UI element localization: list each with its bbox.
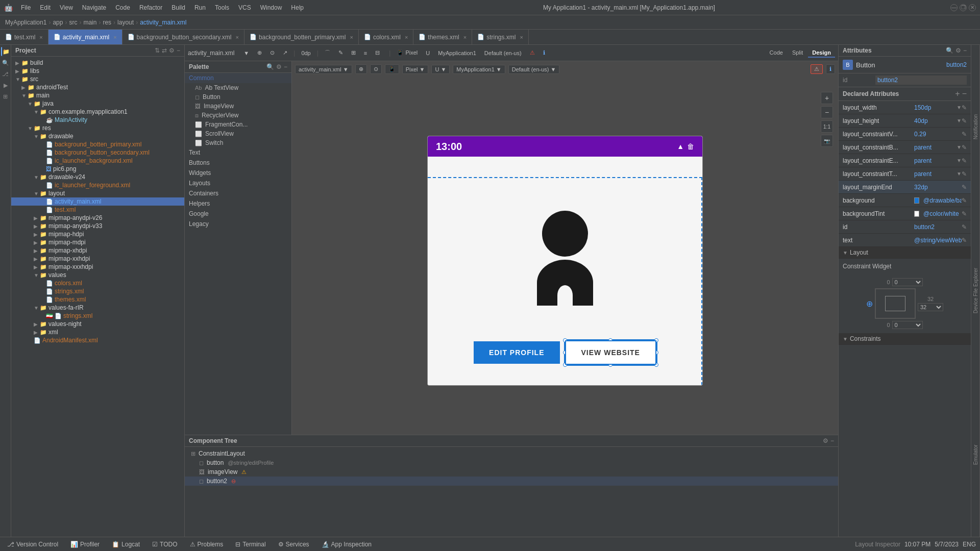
tab-colors[interactable]: 📄 colors.xml × — [359, 30, 413, 44]
canvas-magnet-tool[interactable]: ⊙ — [370, 64, 382, 74]
tree-item-xml[interactable]: ▶ 📁 xml — [11, 328, 184, 336]
search-icon[interactable]: 🔍 — [946, 47, 953, 54]
bottom-logcat[interactable]: 📋 Logcat — [109, 540, 143, 549]
tree-item-manifest[interactable]: ▶ 📄 AndroidManifest.xml — [11, 336, 184, 344]
edit-attr-button[interactable]: ✎ — [962, 184, 967, 191]
zoom-in-button[interactable]: + — [821, 92, 833, 104]
constraint-top-select[interactable]: 0 — [892, 278, 923, 286]
dropdown-icon[interactable]: ▼ — [957, 171, 962, 177]
tree-item-src[interactable]: ▼ 📁 src — [11, 75, 184, 83]
attr-value-input[interactable] — [914, 237, 962, 244]
canvas-device-tool[interactable]: 📱 — [385, 64, 399, 74]
settings-icon[interactable]: ⚙ — [276, 63, 282, 70]
breadcrumb-item[interactable]: main — [83, 19, 96, 26]
collapse-icon[interactable]: − — [830, 437, 834, 444]
canvas-locale-dropdown[interactable]: Default (en-us) ▼ — [508, 65, 560, 74]
dropdown-icon[interactable]: ▼ — [957, 158, 962, 163]
minimize-button[interactable]: — — [950, 4, 958, 11]
tree-item-mipmap-mdpi[interactable]: ▶ 📁 mipmap-mdpi — [11, 238, 184, 246]
code-view-btn[interactable]: Code — [766, 48, 787, 58]
menu-run[interactable]: Run — [190, 3, 210, 12]
tree-item-layout[interactable]: ▼ 📁 layout — [11, 189, 184, 197]
collapse-icon[interactable]: − — [284, 63, 287, 70]
design-tool-btn[interactable]: ⊕ — [254, 48, 265, 57]
settings-icon[interactable]: ⚙ — [823, 437, 828, 444]
layout-inspector-label[interactable]: Layout Inspector — [855, 541, 900, 548]
menu-file[interactable]: File — [17, 3, 35, 12]
dropdown-icon[interactable]: ▼ — [957, 105, 962, 110]
constraint-bottom-select[interactable]: 0 — [892, 321, 923, 329]
tree-item-themes[interactable]: ▶ 📄 themes.xml — [11, 295, 184, 304]
design-view-btn[interactable]: Design — [808, 48, 835, 58]
edit-attr-button[interactable]: ✎ — [962, 144, 967, 151]
canvas-filename-dropdown[interactable]: activity_main.xml ▼ — [295, 65, 352, 74]
palette-section-legacy[interactable]: Legacy — [185, 219, 291, 229]
palette-item-recyclerview[interactable]: ⧈ RecyclerView — [185, 111, 291, 120]
info-btn[interactable]: ℹ — [540, 48, 548, 57]
tab-close[interactable]: × — [463, 34, 467, 40]
palette-item-scrollview[interactable]: ⬜ ScrollView — [185, 129, 291, 138]
attr-value-input[interactable] — [914, 157, 954, 164]
tree-item-mipmap-hdpi[interactable]: ▶ 📁 mipmap-hdpi — [11, 230, 184, 238]
palette-section-text[interactable]: Text — [185, 147, 291, 158]
attr-value-input[interactable] — [923, 210, 962, 217]
edit-attr-button[interactable]: ✎ — [962, 223, 967, 231]
breadcrumb-item[interactable]: res — [103, 19, 111, 26]
tree-item-bg-secondary[interactable]: ▶ 📄 background_button_secondary.xml — [11, 148, 184, 157]
activity-project[interactable]: 📁 — [1, 47, 10, 56]
breadcrumb-item[interactable]: src — [69, 19, 77, 26]
canvas-info-btn[interactable]: ℹ — [826, 64, 835, 74]
tree-item-ic-launcher-fg[interactable]: ▶ 📄 ic_launcher_foreground.xml — [11, 181, 184, 189]
close-icon[interactable]: − — [177, 47, 180, 54]
palette-section-common[interactable]: Common — [185, 73, 291, 83]
layout-section-header[interactable]: ▼ Layout — [839, 247, 971, 259]
edit-attr-button[interactable]: ✎ — [962, 210, 967, 217]
fit-screen-button[interactable]: 1:1 — [821, 120, 833, 133]
breadcrumb-item[interactable]: app — [53, 19, 63, 26]
tree-item-com[interactable]: ▼ 📁 com.example.myapplication1 — [11, 108, 184, 116]
canvas-error-btn[interactable]: ⚠ — [811, 64, 823, 74]
palette-item-fragmentcon[interactable]: ⬜ FragmentCon... — [185, 120, 291, 129]
menu-tools[interactable]: Tools — [211, 3, 233, 12]
screenshot-button[interactable]: 📷 — [821, 135, 833, 147]
tab-test[interactable]: 📄 test.xml × — [0, 30, 48, 44]
device-select[interactable]: 📱 Pixel — [394, 48, 421, 57]
tab-close[interactable]: × — [520, 34, 523, 40]
sidebar-notification[interactable]: Notification — [971, 45, 980, 209]
curve-tool[interactable]: ⌒ — [322, 48, 333, 58]
canvas-app-dropdown[interactable]: MyApplication1 ▼ — [453, 65, 505, 74]
expand-all-icon[interactable]: ⇅ — [155, 47, 160, 54]
ct-item-imageview[interactable]: 🖼 imageView ⚠ — [185, 467, 838, 477]
close-button[interactable]: ✕ — [969, 4, 976, 11]
tree-item-activity-main[interactable]: ▶ 📄 activity_main.xml — [11, 197, 184, 206]
attr-value-input[interactable] — [914, 131, 962, 138]
edit-attr-button[interactable]: ✎ — [962, 237, 967, 244]
bottom-services[interactable]: ⚙ Services — [275, 540, 312, 549]
tab-themes[interactable]: 📄 themes.xml × — [413, 30, 472, 44]
zoom-value[interactable]: 0dp — [298, 49, 313, 57]
palette-section-helpers[interactable]: Helpers — [185, 198, 291, 209]
canvas-api-dropdown[interactable]: U ▼ — [431, 65, 450, 74]
palette-section-layouts[interactable]: Layouts — [185, 178, 291, 188]
palette-item-switch[interactable]: ⬜ Switch — [185, 138, 291, 147]
activity-search[interactable]: 🔍 — [1, 58, 10, 67]
tree-item-mipmap-v26[interactable]: ▶ 📁 mipmap-anydpi-v26 — [11, 214, 184, 222]
palette-section-containers[interactable]: Containers — [185, 188, 291, 198]
tree-item-values-night[interactable]: ▶ 📁 values-night — [11, 320, 184, 328]
remove-attr-icon[interactable]: − — [962, 89, 967, 98]
edit-attr-button[interactable]: ✎ — [962, 197, 967, 204]
breadcrumb-item[interactable]: MyApplication1 — [5, 19, 46, 26]
tree-item-libs[interactable]: ▶ 📁 libs — [11, 67, 184, 75]
sidebar-emulator[interactable]: Emulator — [971, 373, 980, 537]
layout-tool[interactable]: ⊟ — [372, 48, 383, 57]
design-canvas[interactable]: activity_main.xml ▼ ⊕ ⊙ 📱 Pixel ▼ U ▼ My… — [292, 61, 838, 435]
tab-close[interactable]: × — [113, 34, 116, 40]
tree-item-build[interactable]: ▶ 📁 build — [11, 59, 184, 67]
collapse-icon[interactable]: − — [963, 47, 967, 54]
palette-item-imageview[interactable]: 🖼 ImageView — [185, 102, 291, 111]
dropdown-icon[interactable]: ▼ — [957, 144, 962, 150]
palette-item-textview[interactable]: Ab Ab TextView — [185, 83, 291, 92]
activity-run[interactable]: ▶ — [1, 81, 10, 90]
tree-item-bg-botten[interactable]: ▶ 📄 background_botten_primary.xml — [11, 140, 184, 148]
edit-attr-button[interactable]: ✎ — [962, 131, 967, 138]
